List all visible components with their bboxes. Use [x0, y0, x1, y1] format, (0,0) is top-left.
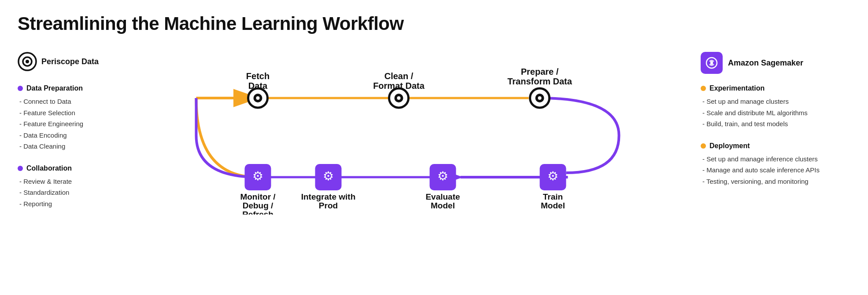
center-panel: ⚙ ⚙ ⚙ ⚙ Fetch Data Clean / Format Data P…	[132, 47, 701, 215]
dot-purple-2	[18, 166, 23, 171]
list-item: - Standardization	[19, 187, 132, 198]
deployment-heading: Deployment	[701, 142, 850, 150]
svg-text:Transform Data: Transform Data	[507, 76, 573, 86]
svg-text:Prod: Prod	[319, 201, 338, 210]
list-item: - Scale and distribute ML algorithms	[702, 107, 850, 119]
sagemaker-icon	[701, 52, 723, 74]
collaboration-items: - Review & Iterate - Standardization - R…	[18, 176, 132, 210]
fetch-data-label: Fetch	[246, 71, 270, 81]
integrate-prod-label: Integrate with	[301, 192, 356, 201]
svg-point-2	[26, 60, 29, 63]
svg-text:Data: Data	[248, 81, 268, 91]
svg-text:⚙: ⚙	[252, 169, 263, 183]
svg-text:⚙: ⚙	[323, 169, 334, 183]
right-panel: Amazon Sagemaker Experimentation - Set u…	[701, 47, 850, 199]
svg-text:Model: Model	[431, 201, 455, 210]
list-item: - Manage and auto scale inference APIs	[702, 164, 850, 176]
list-item: - Set up and manage clusters	[702, 96, 850, 107]
list-item: - Testing, versioning, and monitoring	[702, 176, 850, 187]
list-item: - Feature Selection	[19, 107, 132, 119]
periscope-icon	[18, 52, 37, 71]
list-item: - Data Cleaning	[19, 141, 132, 152]
list-item: - Set up and manage inference clusters	[702, 153, 850, 165]
deployment-items: - Set up and manage inference clusters -…	[701, 153, 850, 187]
left-panel: Periscope Data Data Preparation - Connec…	[18, 47, 132, 222]
data-preparation-label: Data Preparation	[26, 84, 83, 92]
workflow-svg: ⚙ ⚙ ⚙ ⚙ Fetch Data Clean / Format Data P…	[141, 47, 692, 215]
list-item: - Data Encoding	[19, 130, 132, 141]
experimentation-heading: Experimentation	[701, 84, 850, 92]
monitor-debug-label: Monitor /	[240, 192, 276, 201]
collaboration-heading: Collaboration	[18, 164, 132, 172]
sagemaker-label: Amazon Sagemaker	[728, 58, 803, 68]
page-title: Streamlining the Machine Learning Workfl…	[18, 13, 850, 34]
list-item: - Feature Engineering	[19, 118, 132, 130]
svg-text:⚙: ⚙	[547, 169, 558, 183]
evaluate-model-label: Evaluate	[425, 192, 460, 201]
dot-purple-1	[18, 86, 23, 91]
svg-text:Format Data: Format Data	[373, 81, 425, 91]
clean-format-center	[397, 96, 401, 100]
list-item: - Reporting	[19, 198, 132, 210]
svg-text:Debug /: Debug /	[243, 201, 273, 210]
main-layout: Periscope Data Data Preparation - Connec…	[18, 47, 850, 222]
list-item: - Connect to Data	[19, 96, 132, 107]
prepare-transform-label: Prepare /	[521, 67, 559, 76]
list-item: - Build, train, and test models	[702, 118, 850, 130]
clean-format-label: Clean /	[384, 71, 414, 81]
svg-text:Model: Model	[541, 201, 565, 210]
periscope-logo: Periscope Data	[18, 52, 132, 71]
list-item: - Review & Iterate	[19, 176, 132, 187]
svg-text:Refresh: Refresh	[242, 210, 273, 215]
deployment-label: Deployment	[709, 142, 750, 150]
experimentation-items: - Set up and manage clusters - Scale and…	[701, 96, 850, 130]
sagemaker-logo: Amazon Sagemaker	[701, 52, 850, 74]
dot-gold-1	[701, 86, 706, 91]
workflow-diagram: ⚙ ⚙ ⚙ ⚙ Fetch Data Clean / Format Data P…	[141, 47, 692, 215]
experimentation-label: Experimentation	[709, 84, 765, 92]
prepare-transform-center	[538, 96, 542, 100]
train-model-label: Train	[543, 192, 563, 201]
data-preparation-items: - Connect to Data - Feature Selection - …	[18, 96, 132, 152]
periscope-label: Periscope Data	[41, 57, 99, 66]
collaboration-label: Collaboration	[26, 164, 72, 172]
svg-text:⚙: ⚙	[437, 169, 448, 183]
data-preparation-heading: Data Preparation	[18, 84, 132, 92]
dot-gold-2	[701, 143, 706, 149]
svg-point-24	[710, 62, 713, 64]
fetch-data-center	[256, 96, 260, 100]
